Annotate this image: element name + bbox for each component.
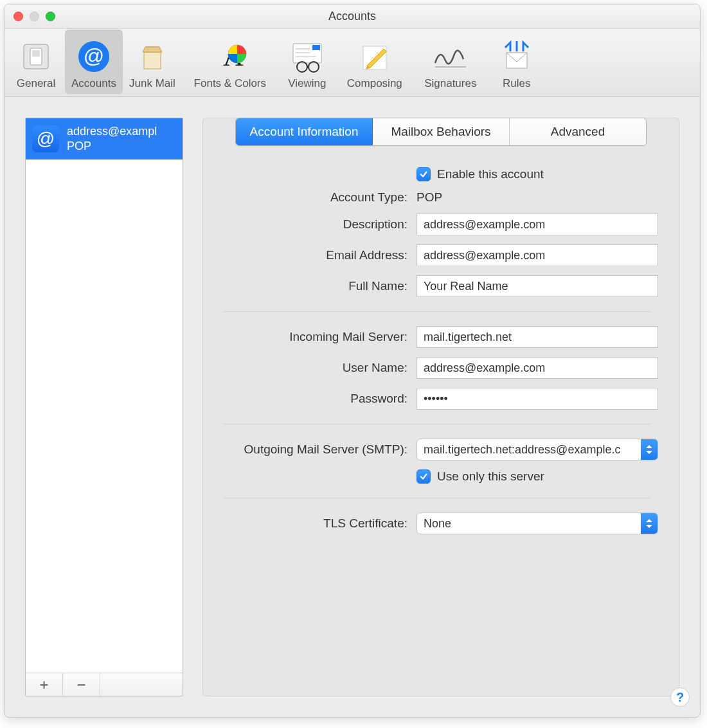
account-list: @ address@exampl POP — [26, 118, 183, 673]
fullname-input[interactable] — [416, 275, 658, 297]
enable-account-checkbox[interactable] — [416, 167, 431, 181]
accounts-sidebar: @ address@exampl POP + − — [25, 118, 183, 696]
toolbar-item-signatures[interactable]: Signatures — [413, 30, 488, 94]
toolbar-label: General — [17, 77, 55, 90]
tls-select-value: None — [424, 517, 651, 531]
toolbar-item-general[interactable]: General — [7, 30, 65, 94]
incoming-server-input[interactable] — [416, 326, 658, 348]
toolbar-label: Fonts & Colors — [194, 77, 266, 90]
toolbar-item-composing[interactable]: Composing — [336, 30, 413, 94]
toolbar-item-viewing[interactable]: Viewing — [278, 30, 336, 94]
divider — [224, 424, 650, 424]
toolbar-label: Signatures — [424, 77, 476, 90]
toolbar-label: Junk Mail — [129, 77, 175, 90]
toolbar-label: Composing — [347, 77, 402, 90]
account-item-type: POP — [67, 140, 157, 153]
divider — [224, 498, 650, 498]
username-input[interactable] — [416, 357, 658, 379]
sidebar-buttons: + − — [26, 673, 183, 696]
use-only-server-label: Use only this server — [437, 469, 544, 484]
signature-icon — [431, 39, 470, 75]
preferences-window: Accounts General @ Accounts Junk Mail A — [4, 4, 701, 718]
email-label: Email Address: — [211, 248, 416, 262]
password-input[interactable] — [416, 388, 658, 410]
use-only-server-checkbox[interactable] — [416, 469, 431, 484]
help-button[interactable]: ? — [670, 687, 690, 707]
tab-account-information[interactable]: Account Information — [236, 118, 373, 145]
account-type-label: Account Type: — [211, 190, 416, 205]
fullname-label: Full Name: — [211, 279, 416, 293]
svg-rect-5 — [144, 52, 161, 69]
divider — [224, 311, 650, 312]
incoming-server-label: Incoming Mail Server: — [211, 330, 416, 344]
account-detail-panel: Account Information Mailbox Behaviors Ad… — [202, 118, 679, 696]
username-label: User Name: — [211, 361, 416, 375]
tab-advanced[interactable]: Advanced — [510, 118, 646, 145]
account-item-text: address@exampl POP — [67, 125, 157, 153]
toolbar-item-junk[interactable]: Junk Mail — [123, 30, 182, 94]
tab-label: Account Information — [250, 125, 359, 138]
description-label: Description: — [211, 217, 416, 232]
remove-account-button[interactable]: − — [63, 673, 100, 696]
switch-icon — [20, 39, 52, 75]
smtp-select-value: mail.tigertech.net:address@example.c — [424, 443, 651, 457]
sidebar-spacer — [100, 673, 183, 696]
svg-rect-10 — [312, 45, 320, 50]
toolbar-item-fonts-colors[interactable]: A Fonts & Colors — [182, 30, 278, 94]
tls-select[interactable]: None — [416, 513, 658, 534]
account-info-form: Enable this account Account Type: POP De… — [203, 147, 679, 559]
account-list-item[interactable]: @ address@exampl POP — [26, 118, 183, 159]
window-title: Accounts — [4, 10, 700, 23]
tls-label: TLS Certificate: — [211, 516, 416, 531]
account-type-value: POP — [416, 190, 658, 205]
enable-account-label: Enable this account — [437, 167, 544, 181]
toolbar-item-accounts[interactable]: @ Accounts — [65, 30, 123, 94]
tab-mailbox-behaviors[interactable]: Mailbox Behaviors — [373, 118, 510, 145]
account-item-label: address@exampl — [67, 125, 157, 138]
smtp-select[interactable]: mail.tigertech.net:address@example.c — [416, 439, 658, 460]
email-input[interactable] — [416, 244, 658, 266]
description-input[interactable] — [416, 214, 658, 235]
svg-rect-2 — [32, 50, 40, 57]
pencil-icon — [358, 39, 391, 75]
svg-text:@: @ — [84, 44, 104, 68]
content-area: @ address@exampl POP + − Account Informa… — [4, 97, 700, 717]
fonts-colors-icon: A — [211, 39, 249, 75]
add-account-button[interactable]: + — [26, 673, 63, 696]
at-icon: @ — [32, 125, 59, 152]
tab-label: Advanced — [551, 125, 605, 138]
help-button-wrap: ? — [670, 687, 690, 707]
updown-arrows-icon — [641, 513, 658, 534]
toolbar-label: Viewing — [288, 77, 326, 90]
updown-arrows-icon — [641, 439, 658, 460]
tab-label: Mailbox Behaviors — [391, 125, 490, 138]
trash-icon — [136, 39, 168, 75]
titlebar: Accounts — [4, 5, 700, 29]
glasses-icon — [288, 39, 327, 75]
plus-icon: + — [39, 676, 48, 694]
rules-icon — [499, 39, 535, 75]
account-tabs: Account Information Mailbox Behaviors Ad… — [235, 118, 647, 146]
toolbar-item-rules[interactable]: Rules — [488, 30, 546, 94]
smtp-label: Outgoing Mail Server (SMTP): — [211, 442, 416, 457]
minus-icon: − — [76, 676, 85, 694]
at-icon: @ — [77, 39, 111, 75]
question-icon: ? — [676, 690, 684, 705]
preferences-toolbar: General @ Accounts Junk Mail A Fonts & C… — [4, 29, 700, 97]
toolbar-label: Rules — [503, 77, 530, 90]
password-label: Password: — [211, 392, 416, 406]
toolbar-label: Accounts — [71, 77, 116, 90]
